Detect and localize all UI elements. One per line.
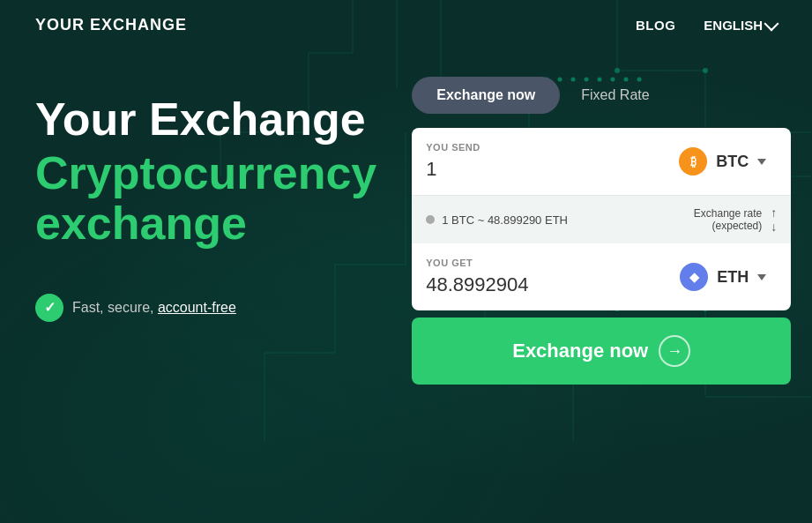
header: YOUR EXCHANGE BLOG ENGLISH <box>0 0 812 50</box>
arrow-right-icon: → <box>659 335 690 367</box>
check-icon: ✓ <box>44 299 56 316</box>
send-amount-input[interactable] <box>426 158 602 181</box>
chevron-down-icon <box>764 16 779 31</box>
you-get-value: 48.8992904 <box>426 273 669 296</box>
exchange-btn-label: Exchange now <box>512 340 648 362</box>
rate-label: Exchange rate <box>694 207 762 220</box>
rate-row-inner: 1 BTC ~ 48.899290 ETH <box>426 213 568 227</box>
hero-title-line2: Cryptocurrency <box>35 148 376 198</box>
exchange-widget: Exchange now Fixed Rate YOU SEND ₿ BTC 1… <box>412 77 791 385</box>
indicator-dot <box>426 215 435 224</box>
send-currency-selector[interactable]: ₿ BTC <box>668 140 777 183</box>
eth-icon: ◆ <box>680 263 708 291</box>
hero-tagline-text: Fast, secure, account-free <box>72 300 236 316</box>
get-left: YOU GET 48.8992904 <box>426 258 669 296</box>
nav: BLOG ENGLISH <box>636 18 777 33</box>
rate-right: Exchange rate (expected) ↑ ↓ <box>694 206 777 233</box>
tab-bar: Exchange now Fixed Rate <box>412 77 791 114</box>
hero-section: Your Exchange Cryptocurrency exchange ✓ … <box>35 77 376 322</box>
hero-title-line3: exchange <box>35 198 376 249</box>
hero-title-line1: Your Exchange <box>35 94 376 145</box>
blog-link[interactable]: BLOG <box>636 18 675 33</box>
get-currency-selector[interactable]: ◆ ETH <box>669 256 777 298</box>
arrow-down-icon: ↓ <box>771 220 777 233</box>
language-label: ENGLISH <box>704 18 763 33</box>
language-selector[interactable]: ENGLISH <box>704 18 777 33</box>
get-currency-name: ETH <box>717 268 749 287</box>
rate-label-expected: (expected) <box>694 220 762 232</box>
exchange-now-button[interactable]: Exchange now → <box>412 318 791 385</box>
rate-info-text: 1 BTC ~ 48.899290 ETH <box>442 213 568 227</box>
tab-fixed-rate[interactable]: Fixed Rate <box>574 77 656 114</box>
send-currency-name: BTC <box>716 153 749 171</box>
rate-info-row: 1 BTC ~ 48.899290 ETH Exchange rate (exp… <box>412 196 791 243</box>
get-currency-caret-icon <box>757 274 766 280</box>
hero-tagline-row: ✓ Fast, secure, account-free <box>35 294 376 322</box>
send-left: YOU SEND <box>426 142 668 181</box>
you-send-label: YOU SEND <box>426 142 668 153</box>
check-circle-icon: ✓ <box>35 294 63 322</box>
send-currency-caret-icon <box>757 159 766 165</box>
tab-exchange-now[interactable]: Exchange now <box>412 77 560 114</box>
swap-arrows-button[interactable]: ↑ ↓ <box>771 206 777 233</box>
account-free-link[interactable]: account-free <box>158 300 236 315</box>
you-send-box: YOU SEND ₿ BTC <box>412 128 791 196</box>
arrow-up-icon: ↑ <box>771 206 777 219</box>
you-get-box: YOU GET 48.8992904 ◆ ETH <box>412 243 791 310</box>
you-get-label: YOU GET <box>426 258 669 268</box>
btc-icon: ₿ <box>679 147 707 176</box>
main-content: Your Exchange Cryptocurrency exchange ✓ … <box>0 50 812 385</box>
logo: YOUR EXCHANGE <box>35 16 187 34</box>
